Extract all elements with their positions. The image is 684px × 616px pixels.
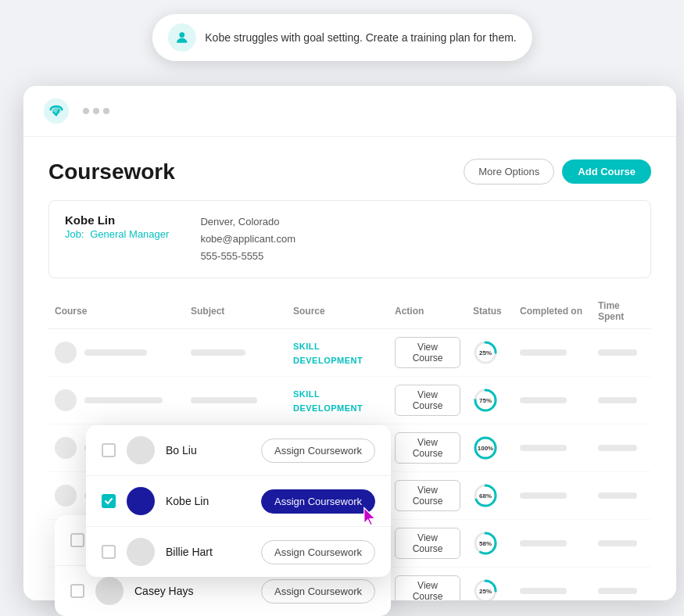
row-avatar [55, 437, 77, 459]
timespent-bar [598, 540, 637, 546]
view-course-button[interactable]: View Course [395, 385, 460, 416]
add-course-button[interactable]: Add Course [562, 159, 651, 184]
dot-3 [103, 108, 109, 114]
notification-bubble: Kobe struggles with goal setting. Create… [152, 14, 532, 61]
page-title-row: Coursework More Options Add Course [48, 159, 651, 184]
assign-checkbox[interactable] [70, 584, 84, 598]
title-actions: More Options Add Course [464, 159, 651, 184]
assign-coursework-button[interactable]: Assign Coursework [261, 579, 375, 603]
timespent-bar [598, 445, 637, 451]
course-name-bar [84, 397, 163, 403]
progress-label: 75% [479, 397, 492, 404]
employee-card: Kobe Lin Job: General Manager Denver, Co… [48, 200, 651, 278]
timespent-bar [598, 349, 637, 356]
assign-dropdown: Bo Liu Assign Coursework Kobe Lin Assign… [86, 425, 391, 577]
timespent-bar [598, 588, 637, 594]
employee-phone: 555-555-5555 [200, 248, 295, 265]
col-subject: Subject [184, 294, 287, 329]
table-row: SKILL DEVELOPMENT View Course 75% [48, 377, 651, 424]
progress-circle: 25% [473, 340, 498, 365]
view-course-button[interactable]: View Course [395, 528, 460, 559]
app-dots [83, 108, 109, 114]
completed-bar [520, 397, 567, 403]
assign-checkbox[interactable] [70, 533, 84, 547]
assign-avatar [127, 538, 155, 566]
app-header [23, 86, 676, 137]
source-tag: SKILL DEVELOPMENT [293, 389, 363, 413]
dot-1 [83, 108, 89, 114]
completed-bar [520, 588, 567, 594]
row-avatar [55, 389, 77, 411]
view-course-button[interactable]: View Course [395, 480, 460, 511]
progress-circle: 68% [473, 483, 498, 508]
notification-text: Kobe struggles with goal setting. Create… [205, 31, 516, 44]
course-cell [55, 389, 178, 411]
employee-name: Kobe Lin [65, 213, 169, 227]
assign-coursework-button[interactable]: Assign Coursework [261, 540, 375, 564]
assign-checkbox[interactable] [102, 443, 116, 457]
progress-circle: 75% [473, 388, 498, 413]
progress-label: 100% [478, 445, 493, 452]
assign-row: Bo Liu Assign Coursework [86, 425, 391, 476]
assign-person-name: Kobe Lin [166, 495, 250, 507]
assign-person-name: Casey Hays [134, 585, 250, 597]
progress-circle: 58% [473, 531, 498, 556]
view-course-button[interactable]: View Course [395, 575, 460, 600]
col-action: Action [389, 294, 467, 329]
assign-checkbox[interactable] [102, 545, 116, 559]
timespent-bar [598, 397, 637, 403]
col-status: Status [467, 294, 514, 329]
completed-bar [520, 492, 567, 499]
cursor-pointer [360, 505, 378, 524]
assign-row: Billie Hart Assign Coursework [86, 527, 391, 577]
employee-details: Denver, Colorado kobe@applicant.com 555-… [200, 213, 295, 265]
col-timespent: Time Spent [592, 294, 651, 329]
completed-bar [520, 540, 567, 546]
subject-bar [191, 397, 257, 403]
employee-name-section: Kobe Lin Job: General Manager [65, 213, 169, 265]
subject-bar [191, 349, 245, 356]
notif-avatar [167, 23, 195, 52]
course-name-bar [84, 349, 147, 356]
view-course-button[interactable]: View Course [395, 337, 460, 368]
col-course: Course [48, 294, 184, 329]
progress-label: 58% [479, 540, 492, 547]
completed-bar [520, 349, 567, 356]
source-tag: SKILL DEVELOPMENT [293, 342, 363, 365]
progress-circle: 25% [473, 578, 498, 600]
employee-location: Denver, Colorado [200, 213, 295, 231]
page-title: Coursework [48, 159, 175, 184]
dot-2 [93, 108, 99, 114]
progress-label: 68% [479, 492, 492, 500]
assign-avatar [127, 436, 155, 464]
col-source: Source [287, 294, 389, 329]
assign-avatar [127, 487, 155, 515]
course-cell [55, 342, 178, 364]
completed-bar [520, 445, 567, 451]
svg-point-0 [179, 32, 184, 38]
assign-coursework-button[interactable]: Assign Coursework [261, 489, 375, 514]
assign-person-name: Bo Liu [166, 444, 250, 457]
view-course-button[interactable]: View Course [395, 432, 460, 464]
app-logo-icon [42, 97, 70, 125]
assign-avatar [95, 577, 124, 605]
row-avatar [55, 485, 77, 507]
progress-label: 25% [479, 349, 492, 356]
assign-coursework-button[interactable]: Assign Coursework [261, 439, 375, 463]
more-options-button[interactable]: More Options [464, 159, 554, 184]
employee-email: kobe@applicant.com [200, 231, 295, 248]
assign-row: Kobe Lin Assign Coursework [86, 476, 391, 527]
progress-circle: 100% [473, 435, 498, 460]
assign-person-name: Billie Hart [166, 546, 250, 558]
row-avatar [55, 342, 77, 364]
employee-job: Job: General Manager [65, 228, 169, 240]
assign-checkbox[interactable] [102, 494, 116, 508]
table-row: SKILL DEVELOPMENT View Course 25% [48, 329, 651, 377]
progress-label: 25% [479, 588, 492, 595]
col-completed: Completed on [514, 294, 592, 329]
timespent-bar [598, 492, 637, 499]
